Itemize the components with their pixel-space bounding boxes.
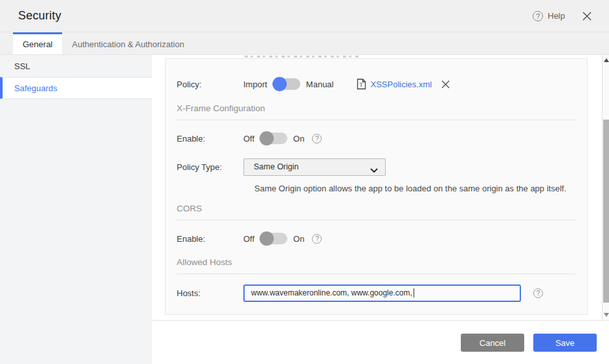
- policy-label: Policy:: [177, 80, 243, 89]
- scrollbar-thumb[interactable]: [603, 120, 609, 303]
- help-button[interactable]: ? Help: [533, 11, 565, 21]
- cors-enable-row: Enable: Off On ?: [166, 230, 587, 248]
- section-divider: [177, 273, 576, 274]
- policy-type-selected-value: Same Origin: [254, 162, 298, 171]
- policy-type-select[interactable]: Same Origin: [243, 158, 386, 176]
- xss-policies-file-link[interactable]: XSSPolicies.xml: [370, 80, 432, 89]
- cors-enable-toggle[interactable]: [260, 233, 287, 244]
- section-divider: [177, 220, 576, 220]
- allowed-hosts-section-heading: Allowed Hosts: [166, 257, 587, 268]
- policy-file-group: T XSSPolicies.xml: [357, 78, 450, 90]
- save-button[interactable]: Save: [533, 334, 597, 352]
- cancel-button[interactable]: Cancel: [461, 334, 524, 352]
- hosts-row: Hosts: www.wavemakeronline.com, www.goog…: [166, 284, 587, 302]
- page-title: Security: [18, 9, 61, 23]
- cors-section-heading: CORS: [166, 203, 587, 215]
- security-dialog: Security ? Help General Authentication &…: [0, 0, 609, 364]
- cors-enable-help-icon[interactable]: ?: [312, 234, 322, 244]
- cors-enable-label: Enable:: [177, 234, 243, 244]
- close-icon[interactable]: [582, 11, 592, 21]
- policy-type-label: Policy Type:: [177, 162, 243, 172]
- help-label: Help: [548, 11, 565, 21]
- dialog-header: Security ? Help: [0, 0, 609, 32]
- section-divider: [177, 120, 576, 120]
- dialog-footer: Cancel Save: [152, 320, 609, 364]
- xframe-enable-help-icon[interactable]: ?: [312, 134, 322, 144]
- hosts-help-icon[interactable]: ?: [533, 288, 543, 298]
- safeguards-form-panel: Policy: Import Manual T XSSPolicies.xml: [165, 58, 588, 315]
- vertical-scrollbar: [602, 55, 609, 320]
- toggle-knob: [272, 77, 287, 91]
- tab-authentication-authorization[interactable]: Authentication & Authorization: [62, 32, 194, 54]
- text-caret: [414, 288, 414, 297]
- hosts-input[interactable]: www.wavemakeronline.com, www.google.com,: [243, 284, 521, 302]
- tab-general[interactable]: General: [13, 32, 62, 54]
- content-scroll-area: Policy: Import Manual T XSSPolicies.xml: [152, 55, 602, 320]
- help-question-icon: ?: [533, 11, 543, 21]
- policy-import-label: Import: [243, 80, 267, 89]
- chevron-down-icon: [370, 166, 378, 175]
- scroll-up-icon[interactable]: [603, 58, 609, 63]
- policy-manual-label: Manual: [306, 80, 334, 89]
- tab-bar: General Authentication & Authorization: [0, 32, 609, 55]
- hosts-input-value: www.wavemakeronline.com, www.google.com,: [251, 288, 412, 297]
- xframe-section-heading: X-Frame Configuration: [166, 103, 587, 114]
- cors-on-label: On: [293, 234, 304, 244]
- xframe-enable-toggle[interactable]: [260, 133, 287, 144]
- policy-type-description: Same Origin option allows the app to be …: [254, 184, 587, 194]
- scroll-down-icon[interactable]: [603, 312, 609, 317]
- toggle-knob: [260, 131, 274, 145]
- clipped-scrolled-text: [245, 56, 361, 58]
- settings-sidebar: SSL Safeguards: [0, 55, 152, 364]
- policy-import-manual-toggle[interactable]: [273, 78, 300, 90]
- policy-type-row: Policy Type: Same Origin: [166, 158, 587, 176]
- svg-text:T: T: [360, 81, 364, 88]
- toggle-knob: [260, 231, 274, 246]
- xframe-enable-label: Enable:: [177, 134, 243, 144]
- xframe-enable-row: Enable: Off On ?: [166, 129, 587, 147]
- xframe-off-label: Off: [243, 134, 254, 144]
- sidebar-item-safeguards[interactable]: Safeguards: [0, 77, 152, 99]
- cors-off-label: Off: [243, 234, 254, 244]
- xframe-on-label: On: [293, 134, 304, 144]
- xml-file-icon: T: [357, 78, 366, 90]
- sidebar-item-ssl[interactable]: SSL: [0, 55, 152, 77]
- remove-file-icon[interactable]: [441, 80, 450, 89]
- policy-row: Policy: Import Manual T XSSPolicies.xml: [166, 74, 587, 94]
- hosts-label: Hosts:: [177, 288, 243, 298]
